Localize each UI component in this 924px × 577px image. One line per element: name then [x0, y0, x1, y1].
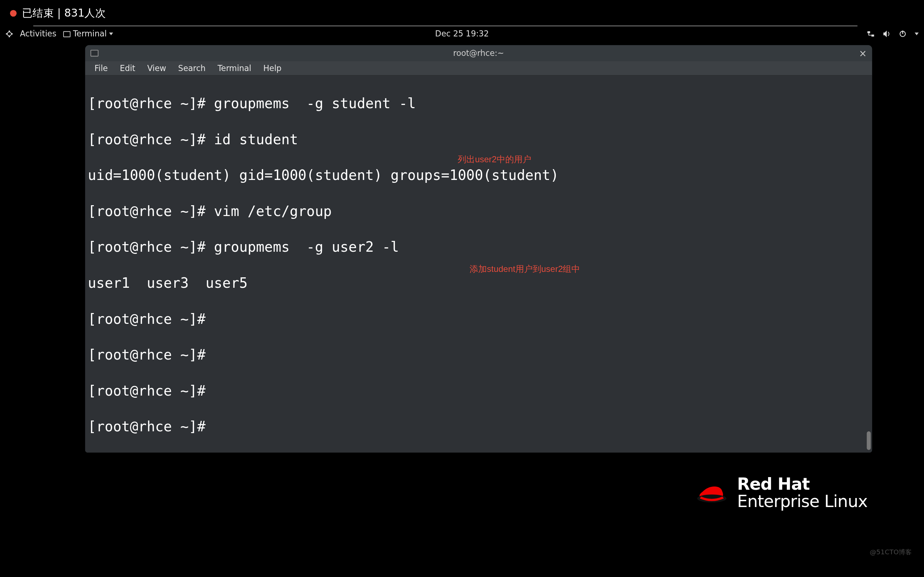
terminal-menubar: File Edit View Search Terminal Help	[85, 61, 872, 76]
window-titlebar[interactable]: root@rhce:~ ×	[85, 45, 872, 61]
svg-rect-5	[867, 31, 870, 34]
term-line: [root@rhce ~]#	[88, 346, 869, 364]
svg-rect-2	[9, 36, 10, 37]
scrollbar-thumb[interactable]	[867, 431, 871, 450]
power-icon[interactable]	[899, 30, 907, 38]
terminal-window: root@rhce:~ × File Edit View Search Term…	[85, 45, 872, 453]
rhel-line2: Enterprise Linux	[737, 493, 867, 510]
rhel-text-block: Red Hat Enterprise Linux	[737, 475, 867, 511]
menu-edit[interactable]: Edit	[115, 62, 141, 74]
redhat-hat-icon	[696, 480, 728, 506]
svg-rect-1	[9, 31, 10, 32]
svg-rect-4	[11, 33, 13, 35]
terminal-body[interactable]: [root@rhce ~]# groupmems -g student -l […	[85, 76, 872, 453]
app-name-label: Terminal	[73, 29, 107, 39]
term-line: [root@rhce ~]#	[88, 311, 869, 329]
menu-file[interactable]: File	[89, 62, 113, 74]
menu-search[interactable]: Search	[173, 62, 211, 74]
desktop-area: root@rhce:~ × File Edit View Search Term…	[0, 41, 924, 577]
system-menu-icon[interactable]	[5, 30, 13, 38]
terminal-icon	[90, 50, 99, 56]
network-icon[interactable]	[867, 30, 874, 38]
annotation-2: 添加student用户到user2组中	[470, 260, 580, 278]
term-line: [root@rhce ~]# groupmems -g user2 -l	[88, 239, 869, 257]
term-line: [root@rhce ~]#	[88, 382, 869, 400]
volume-icon[interactable]	[883, 30, 891, 38]
rhel-logo: Red Hat Enterprise Linux	[696, 475, 867, 511]
activities-button[interactable]: Activities	[20, 29, 56, 39]
status-text: 已结束 | 831人次	[22, 6, 106, 21]
gnome-top-panel: Activities Terminal Dec 25 19:32	[0, 27, 924, 42]
recording-status-bar: 已结束 | 831人次	[0, 0, 924, 27]
annotation-1: 列出user2中的用户	[458, 150, 531, 168]
terminal-mini-icon	[63, 31, 70, 37]
term-line: [root@rhce ~]# vim /etc/group	[88, 203, 869, 221]
svg-rect-8	[902, 31, 903, 34]
scrollbar-track[interactable]	[867, 76, 871, 453]
menu-view[interactable]: View	[142, 62, 171, 74]
rhel-line1: Red Hat	[737, 475, 867, 493]
record-dot-icon	[10, 10, 16, 16]
term-line: uid=1000(student) gid=1000(student) grou…	[88, 167, 869, 185]
clock[interactable]: Dec 25 19:32	[435, 29, 489, 39]
term-line: [root@rhce ~]#	[88, 418, 869, 436]
svg-rect-6	[871, 35, 874, 37]
term-line: [root@rhce ~]# id student	[88, 131, 869, 149]
chevron-down-icon	[109, 32, 113, 35]
menu-terminal[interactable]: Terminal	[212, 62, 257, 74]
watermark: @51CTO博客	[869, 548, 912, 557]
menu-help[interactable]: Help	[258, 62, 287, 74]
window-title: root@rhce:~	[453, 49, 504, 58]
svg-point-0	[7, 32, 11, 36]
close-icon[interactable]: ×	[859, 48, 867, 58]
app-indicator[interactable]: Terminal	[63, 29, 114, 39]
term-line: [root@rhce ~]# groupmems -g student -l	[88, 95, 869, 113]
svg-rect-3	[6, 33, 8, 35]
chevron-down-icon[interactable]	[914, 32, 919, 35]
